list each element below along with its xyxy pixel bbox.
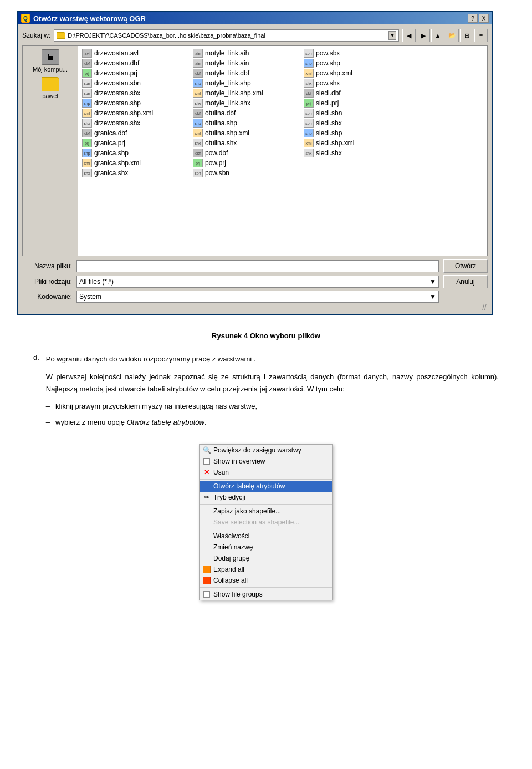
file-name: granica.prj: [94, 139, 125, 147]
collapse-icon: [202, 577, 211, 584]
filename-label: Nazwa pliku:: [22, 262, 72, 270]
file-row[interactable]: ainmotyle_link.aih: [191, 48, 302, 58]
encoding-select[interactable]: System ▼: [76, 291, 439, 303]
file-name: drzewostan.shp: [94, 99, 141, 107]
path-dropdown-arrow[interactable]: ▼: [388, 31, 396, 40]
context-menu: 🔍Powiększ do zasięgu warstwyShow in over…: [200, 444, 332, 600]
menu-item-10[interactable]: Właściwości: [200, 531, 332, 542]
menu-separator: [200, 529, 332, 529]
menu-item-5[interactable]: ✏Tryb edycji: [200, 492, 332, 503]
file-row[interactable]: shxsiedl.shx: [302, 148, 413, 158]
file-row[interactable]: ainmotyle_link.ain: [191, 58, 302, 68]
file-row[interactable]: prjdrzewostan.prj: [80, 68, 191, 78]
file-row[interactable]: shxdrzewostan.shx: [80, 118, 191, 128]
file-row[interactable]: shxpow.shx: [302, 78, 413, 88]
file-icon: ain: [193, 59, 203, 68]
forward-button[interactable]: ▶: [417, 29, 430, 42]
file-row[interactable]: xmldrzewostan.shp.xml: [80, 108, 191, 118]
file-icon: shx: [193, 99, 203, 108]
file-row[interactable]: xmlmotyle_link.shp.xml: [191, 88, 302, 98]
menu-item-label: Zmień nazwę: [213, 543, 253, 551]
filename-input[interactable]: [76, 260, 439, 272]
file-row[interactable]: xmlgranica.shp.xml: [80, 158, 191, 168]
file-row[interactable]: xmlsiedl.shp.xml: [302, 138, 413, 148]
file-row[interactable]: xmlotulina.shp.xml: [191, 128, 302, 138]
file-row[interactable]: dbfgranica.dbf: [80, 128, 191, 138]
file-row[interactable]: sbnpow.sbn: [191, 168, 302, 178]
menu-item-0[interactable]: 🔍Powiększ do zasięgu warstwy: [200, 445, 332, 456]
file-name: pow.sbx: [316, 49, 340, 57]
file-row[interactable]: shpmotyle_link.shp: [191, 78, 302, 88]
file-row[interactable]: sbnsiedl.sbx: [302, 118, 413, 128]
menu-item-4[interactable]: Otwórz tabelę atrybutów: [200, 481, 332, 492]
file-row[interactable]: shpsiedl.shp: [302, 128, 413, 138]
path-dropdown[interactable]: D:\PROJEKTY\CASCADOSS\baza_bor...holskie…: [54, 29, 399, 42]
file-row[interactable]: sbndrzewostan.sbx: [80, 88, 191, 98]
menu-item-label: Otwórz tabelę atrybutów: [213, 482, 285, 490]
file-row[interactable]: shxotulina.shx: [191, 138, 302, 148]
file-row[interactable]: dbfmotyle_link.dbf: [191, 68, 302, 78]
file-row[interactable]: shpdrzewostan.shp: [80, 98, 191, 108]
file-row[interactable]: dbfpow.dbf: [191, 148, 302, 158]
up-button[interactable]: ▲: [431, 29, 444, 42]
file-row[interactable]: dbfsiedl.dbf: [302, 88, 413, 98]
sidebar-label-pawel: pawel: [42, 93, 58, 99]
file-icon: sbn: [304, 109, 314, 118]
bullet-text-1: kliknij prawym przyciskiem myszy na inte…: [55, 401, 257, 412]
encoding-label: Kodowanie:: [22, 293, 72, 301]
file-row[interactable]: shpgranica.shp: [80, 148, 191, 158]
file-row[interactable]: prjpow.prj: [191, 158, 302, 168]
menu-item-11[interactable]: Zmień nazwę: [200, 542, 332, 553]
menu-item-2[interactable]: ✕Usuń: [200, 467, 332, 478]
file-row[interactable]: avldrzewostan.avl: [80, 48, 191, 58]
filetype-select[interactable]: All files (*.*) ▼: [76, 276, 439, 288]
menu-item-label: Właściwości: [213, 532, 249, 540]
file-name: granica.shx: [94, 169, 128, 177]
file-row[interactable]: shxgranica.shx: [80, 168, 191, 178]
file-row[interactable]: prjsiedl.prj: [302, 98, 413, 108]
file-row[interactable]: shppow.shp: [302, 58, 413, 68]
menu-item-1[interactable]: Show in overview: [200, 456, 332, 467]
file-row[interactable]: sbnsiedl.sbn: [302, 108, 413, 118]
dialog-title: Otwórz warstwę wektorową OGR: [33, 14, 146, 23]
help-button[interactable]: ?: [468, 14, 478, 23]
file-row[interactable]: xmlpow.shp.xml: [302, 68, 413, 78]
menu-item-7[interactable]: Zapisz jako shapefile...: [200, 506, 332, 517]
folder-button[interactable]: 📂: [446, 29, 459, 42]
figure-caption: Rysunek 4 Okno wyboru plików: [33, 332, 499, 340]
file-name: otulina.shp.xml: [205, 129, 249, 137]
close-button[interactable]: X: [479, 14, 489, 23]
file-row[interactable]: sbndrzewostan.sbn: [80, 78, 191, 88]
path-text: D:\PROJEKTY\CASCADOSS\baza_bor...holskie…: [68, 32, 386, 39]
menu-item-label: Dodaj grupę: [213, 554, 249, 562]
file-name: drzewostan.shx: [94, 119, 140, 127]
file-row[interactable]: shpotulina.shp: [191, 118, 302, 128]
cancel-button[interactable]: Anuluj: [443, 275, 488, 288]
sidebar-item-computer[interactable]: 🖥 Mój kompu...: [26, 49, 74, 73]
menu-item-12[interactable]: Dodaj grupę: [200, 553, 332, 564]
file-icon: shx: [193, 139, 203, 147]
file-icon: xml: [193, 89, 203, 98]
sidebar-item-pawel[interactable]: pawel: [26, 77, 74, 99]
file-row[interactable]: dbfotulina.dbf: [191, 108, 302, 118]
file-name: drzewostan.avl: [94, 49, 139, 57]
file-name: motyle_link.ain: [205, 59, 249, 67]
file-name: siedl.sbn: [316, 109, 342, 117]
file-icon: sbn: [193, 169, 203, 177]
back-button[interactable]: ◀: [402, 29, 416, 42]
menu-item-13[interactable]: Expand all: [200, 564, 332, 575]
file-row[interactable]: sbnpow.sbx: [302, 48, 413, 58]
file-icon: prj: [304, 99, 314, 108]
menu-separator: [200, 504, 332, 505]
file-row[interactable]: prjgranica.prj: [80, 138, 191, 148]
view-list-button[interactable]: ≡: [474, 29, 488, 42]
file-name: otulina.shx: [205, 139, 237, 147]
open-button[interactable]: Otwórz: [443, 259, 488, 273]
file-row[interactable]: dbfdrzewostan.dbf: [80, 58, 191, 68]
resize-handle[interactable]: //: [22, 303, 488, 309]
file-icon: dbf: [193, 149, 203, 157]
menu-item-16[interactable]: Show file groups: [200, 589, 332, 600]
menu-item-14[interactable]: Collapse all: [200, 575, 332, 586]
file-row[interactable]: shxmotyle_link.shx: [191, 98, 302, 108]
view-grid-button[interactable]: ⊞: [460, 29, 473, 42]
